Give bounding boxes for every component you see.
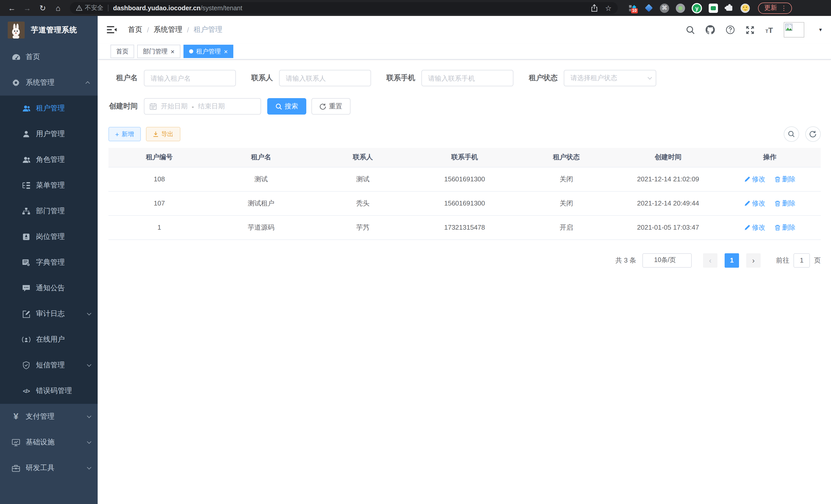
goto-page-input[interactable] — [794, 253, 810, 267]
chevron-down-icon — [648, 75, 652, 80]
share-icon[interactable] — [591, 4, 598, 12]
search-icon[interactable] — [686, 25, 695, 34]
sidebar-item-system[interactable]: 系统管理 — [0, 70, 98, 95]
sidebar-item-post[interactable]: 岗位管理 — [0, 224, 98, 250]
sidebar-item-notice[interactable]: 通知公告 — [0, 275, 98, 301]
breadcrumb-home[interactable]: 首页 — [128, 25, 142, 34]
breadcrumb-separator: / — [187, 26, 189, 34]
add-button[interactable]: + 新增 — [109, 127, 141, 141]
export-button[interactable]: 导出 — [146, 127, 180, 141]
sidebar-item-menu[interactable]: 菜单管理 — [0, 173, 98, 198]
browser-home-button[interactable]: ⌂ — [51, 1, 65, 14]
app-logo — [8, 22, 25, 38]
font-size-icon[interactable]: TT — [766, 25, 773, 34]
chevron-down-icon — [87, 362, 91, 367]
tab-home[interactable]: 首页 — [111, 45, 134, 58]
browser-forward-button[interactable]: → — [21, 1, 34, 14]
edit-link[interactable]: 修改 — [744, 223, 765, 232]
show-search-button[interactable] — [784, 126, 799, 142]
address-bar[interactable]: 不安全 dashboard.yudao.iocoder.cn/system/te… — [70, 2, 618, 14]
bookmark-star-icon[interactable]: ☆ — [605, 4, 611, 12]
download-icon — [152, 131, 159, 137]
select-placeholder: 请选择租户状态 — [570, 73, 617, 83]
reset-button[interactable]: 重置 — [311, 98, 350, 115]
help-icon[interactable] — [726, 25, 735, 34]
breadcrumb: 首页 / 系统管理 / 租户管理 — [128, 25, 223, 34]
edit-link[interactable]: 修改 — [744, 174, 765, 184]
page-size-select[interactable]: 10条/页 — [642, 253, 692, 267]
sidebar-item-online-users[interactable]: 在线用户 — [0, 327, 98, 352]
sidebar-item-tenant[interactable]: 租户管理 — [0, 95, 98, 121]
extension-kite-icon[interactable] — [644, 3, 653, 12]
announcement-icon — [22, 285, 31, 292]
search-button[interactable]: 搜索 — [267, 98, 306, 115]
sidebar-item-role[interactable]: 角色管理 — [0, 147, 98, 173]
trash-icon — [774, 176, 781, 182]
date-range-picker[interactable]: 开始日期 - 结束日期 — [144, 98, 261, 115]
cell-actions: 修改 删除 — [719, 215, 821, 239]
sidebar-item-user[interactable]: 用户管理 — [0, 121, 98, 147]
tab-dept[interactable]: 部门管理 × — [137, 45, 180, 58]
extensions-puzzle-icon[interactable] — [725, 3, 734, 12]
tab-tenant-active[interactable]: 租户管理 × — [183, 45, 233, 58]
profile-avatar-icon[interactable] — [741, 3, 750, 12]
github-icon[interactable] — [706, 25, 715, 34]
sidebar-item-dict[interactable]: 字典管理 — [0, 250, 98, 275]
field-label: 创建时间 — [109, 102, 138, 111]
mobile-input[interactable] — [422, 70, 513, 86]
cell-mobile: 15601691300 — [414, 191, 515, 215]
sidebar-item-infra[interactable]: 基础设施 — [0, 429, 98, 455]
sidebar-item-audit-log[interactable]: 审计日志 — [0, 301, 98, 327]
delete-link[interactable]: 删除 — [774, 223, 796, 232]
close-icon[interactable]: × — [224, 48, 228, 55]
avatar-caret-icon[interactable]: ▼ — [818, 27, 823, 32]
sidebar-item-home[interactable]: 首页 — [0, 44, 98, 70]
sidebar-item-label: 通知公告 — [36, 284, 65, 293]
security-warning[interactable]: 不安全 — [76, 4, 103, 12]
range-separator: - — [192, 102, 194, 110]
avatar[interactable] — [784, 22, 804, 37]
extension-green-dot-icon[interactable] — [676, 3, 685, 12]
current-page-button[interactable]: 1 — [725, 253, 739, 267]
extension-chat-icon[interactable] — [709, 3, 718, 12]
filter-create-time: 创建时间 开始日期 - 结束日期 — [109, 98, 261, 115]
sidebar-item-errcode[interactable]: </> 错误码管理 — [0, 378, 98, 404]
url-divider — [108, 5, 109, 11]
extension-command-icon[interactable]: ⌘ — [660, 3, 669, 12]
col-tenant-id: 租户编号 — [109, 148, 210, 167]
browser-back-button[interactable]: ← — [5, 1, 19, 14]
delete-link[interactable]: 删除 — [774, 174, 796, 184]
page-root: ← → ↻ ⌂ 不安全 dashboard.yudao.iocoder.cn/s… — [0, 0, 831, 504]
breadcrumb-system[interactable]: 系统管理 — [154, 25, 182, 34]
app-header: 首页 / 系统管理 / 租户管理 TT — [98, 16, 831, 44]
tenant-name-input[interactable] — [144, 70, 236, 86]
sidebar-item-label: 字典管理 — [36, 258, 65, 267]
table-row: 1 芋道源码 芋艿 17321315478 开启 2021-01-05 17:0… — [109, 215, 821, 239]
prev-page-button[interactable]: ‹ — [703, 253, 717, 267]
sidebar-item-dept[interactable]: 部门管理 — [0, 198, 98, 224]
close-icon[interactable]: × — [171, 48, 174, 55]
browser-reload-button[interactable]: ↻ — [36, 1, 49, 14]
sidebar-item-sms[interactable]: 短信管理 — [0, 352, 98, 378]
edit-label: 修改 — [752, 223, 765, 232]
next-page-button[interactable]: › — [746, 253, 761, 267]
sidebar-collapse-icon[interactable] — [107, 26, 117, 34]
delete-link[interactable]: 删除 — [774, 199, 796, 208]
extension-y-icon[interactable]: y — [692, 3, 702, 13]
status-select[interactable]: 请选择租户状态 — [564, 70, 656, 86]
sidebar-item-pay[interactable]: ¥ 支付管理 — [0, 404, 98, 429]
extension-grid-icon[interactable]: 10 — [628, 3, 637, 12]
refresh-table-button[interactable] — [805, 126, 821, 142]
sidebar-item-devtools[interactable]: 研发工具 — [0, 455, 98, 481]
sidebar-item-label: 支付管理 — [26, 412, 55, 421]
browser-menu-icon[interactable]: ⋮ — [781, 4, 787, 12]
shield-check-icon — [22, 361, 31, 369]
users-icon — [22, 156, 31, 164]
contact-input[interactable] — [279, 70, 371, 86]
edit-link[interactable]: 修改 — [744, 199, 765, 208]
browser-update-button[interactable]: 更新 ⋮ — [758, 2, 792, 13]
fullscreen-icon[interactable] — [746, 25, 755, 34]
field-label: 租户状态 — [529, 73, 557, 83]
sidebar-item-label: 租户管理 — [36, 104, 65, 113]
cell-mobile: 15601691300 — [414, 167, 515, 191]
